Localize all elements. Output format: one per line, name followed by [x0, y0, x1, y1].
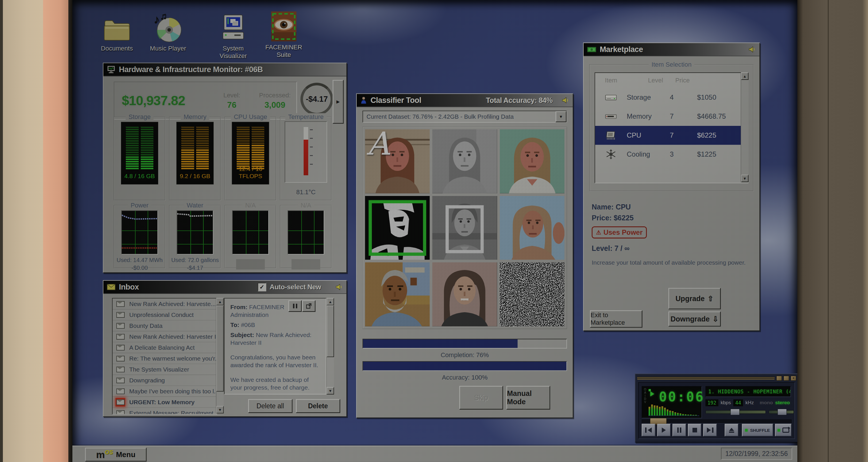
static-noise-cell[interactable]	[500, 262, 564, 327]
scroll-thumb[interactable]	[327, 305, 334, 357]
to-label: To:	[230, 321, 239, 328]
scroll-thumb[interactable]	[216, 305, 224, 392]
email-row[interactable]: Re: The warmest welcome you'r...	[113, 353, 217, 364]
desktop-icon-faceminer[interactable]: FACEMINER Suite	[262, 10, 305, 59]
face-cell-1[interactable]: A	[365, 129, 430, 193]
bezel-right	[797, 0, 868, 462]
item-row-cooling[interactable]: Cooling3$1225	[595, 145, 748, 164]
balance-thumb[interactable]	[777, 409, 787, 415]
skip-button[interactable]: Skip	[459, 386, 503, 409]
hardware-monitor-titlebar[interactable]: Hardware & Infrastructure Monitor: #06B	[103, 63, 346, 76]
email-row[interactable]: Maybe I've been doing this too l...	[113, 386, 217, 397]
previous-button[interactable]	[642, 424, 655, 436]
email-row-urgent[interactable]: URGENT: Low Memory	[113, 397, 217, 408]
email-row[interactable]: New Rank Achieved: Harvester I	[113, 331, 217, 342]
desktop: Documents ♪♫ Music Player System Visuali…	[72, 0, 797, 462]
balance-slider[interactable]	[769, 410, 794, 414]
face-cell-4-selected[interactable]	[365, 196, 430, 260]
shuffle-button[interactable]: SHUFFLE	[742, 424, 774, 436]
manual-mode-button[interactable]: Manual Mode	[506, 386, 550, 409]
menu-button[interactable]: mOS Menu	[85, 448, 147, 461]
scroll-down-button[interactable]: ▼	[216, 406, 224, 413]
os-logo-suffix: OS	[105, 449, 113, 456]
upgrade-button[interactable]: Upgrade⇧	[669, 288, 721, 309]
desktop-icon-documents[interactable]: Documents	[95, 11, 138, 52]
envelope-icon	[116, 409, 125, 415]
stop-button[interactable]	[688, 424, 702, 436]
downgrade-button[interactable]: Downgrade⇩	[669, 311, 721, 327]
cpu-usage-gauge: CPU Usage 12.4 / 16TFLOPS	[225, 117, 276, 201]
window-title: Marketplace	[600, 45, 643, 54]
seek-bar[interactable]	[642, 420, 792, 424]
volume-slider[interactable]	[706, 410, 766, 414]
email-row[interactable]: New Rank Achieved: Harveste...	[113, 299, 217, 309]
item-row-storage[interactable]: Storage4$1050	[595, 88, 748, 107]
inbox-titlebar[interactable]: Inbox ✓ Auto-select New	[103, 281, 346, 294]
gauge-unit: TFLOPS	[239, 173, 262, 179]
email-row[interactable]: Unprofessional Conduct	[113, 309, 217, 320]
meter-label: N/A	[242, 202, 259, 209]
face-cell-3[interactable]	[500, 129, 564, 193]
play-button[interactable]	[657, 424, 671, 436]
face-cell-7[interactable]	[365, 262, 430, 327]
face-cell-5[interactable]	[432, 196, 497, 260]
item-row-cpu-selected[interactable]: CPU7$6225	[595, 126, 748, 145]
dropdown-arrow-button[interactable]: ▼	[556, 111, 566, 122]
desktop-icon-label: Documents	[95, 45, 138, 52]
item-list-scrollbar[interactable]: ▲ ▼	[741, 72, 748, 182]
player-titlebar[interactable]: ×	[637, 375, 796, 381]
uses-power-badge: ⚠Uses Power	[592, 226, 647, 239]
email-row[interactable]: External Message: Recruitment	[113, 408, 217, 414]
window-title: Inbox	[119, 283, 139, 291]
volume-thumb[interactable]	[731, 409, 740, 415]
exit-marketplace-button[interactable]: Exit to Marketplace	[590, 310, 642, 328]
power-graph	[121, 210, 158, 254]
scroll-down-button[interactable]: ▼	[327, 387, 334, 395]
scroll-up-button[interactable]: ▲	[216, 298, 224, 305]
minimize-button[interactable]	[776, 376, 782, 381]
marketplace-titlebar[interactable]: Marketplace	[584, 43, 760, 56]
scroll-down-button[interactable]: ▼	[741, 175, 748, 182]
email-row[interactable]: Bounty Data	[113, 320, 217, 331]
delete-all-button[interactable]: Delete all	[248, 399, 292, 413]
shade-button[interactable]	[783, 376, 789, 381]
speaker-icon[interactable]	[336, 283, 343, 291]
email-row[interactable]: The System Visualizer	[113, 364, 217, 375]
speaker-icon[interactable]	[748, 46, 756, 53]
item-row-memory[interactable]: Memory7$4668.75	[595, 107, 748, 126]
desktop-icon-system-visualizer[interactable]: System Visualizer	[212, 11, 255, 60]
message-scrollbar[interactable]: ▲ ▼	[326, 298, 334, 395]
pause-button[interactable]	[673, 424, 686, 436]
face-cell-8[interactable]	[432, 262, 497, 327]
close-button[interactable]: ×	[791, 376, 796, 381]
email-row[interactable]: A Delicate Balancing Act	[113, 342, 217, 353]
scroll-up-button[interactable]: ▲	[327, 298, 334, 305]
inbox-window: Inbox ✓ Auto-select New New Rank Achieve…	[103, 280, 347, 417]
scroll-up-button[interactable]: ▲	[741, 72, 748, 80]
classifier-titlebar[interactable]: Classifier Tool Total Accuracy: 84%	[357, 94, 573, 107]
bar-dim-overlay	[237, 127, 264, 145]
window-title: Classifier Tool	[371, 96, 421, 105]
speaker-icon[interactable]	[562, 96, 569, 104]
email-list-scrollbar[interactable]: ▲ ▼	[216, 298, 224, 413]
taskbar: mOS Menu 12/02/1999, 22:32:56	[72, 445, 797, 462]
next-button[interactable]	[703, 424, 717, 436]
processed-label: Processed:	[253, 92, 297, 99]
person-icon	[360, 96, 367, 104]
auto-select-checkbox[interactable]: ✓	[258, 283, 266, 291]
pause-messages-button[interactable]	[288, 300, 302, 312]
repeat-button[interactable]	[775, 424, 792, 436]
email-row[interactable]: Downgrading	[113, 375, 217, 386]
face-cell-2[interactable]	[432, 129, 497, 193]
clutterbar[interactable]: O A I D V	[643, 388, 647, 404]
panel-next-button[interactable]: ▶	[333, 80, 343, 124]
popout-message-button[interactable]	[302, 300, 315, 312]
dataset-dropdown[interactable]: Current Dataset: 76.76% - 2.42GB - Bulk …	[363, 111, 567, 123]
delete-button[interactable]: Delete	[296, 399, 340, 413]
eject-button[interactable]	[725, 424, 739, 436]
gauge-value: 9.2 / 16 GB	[177, 173, 213, 180]
desktop-icon-music-player[interactable]: ♪♫ Music Player	[147, 11, 190, 52]
processed-value: 3,009	[253, 100, 297, 110]
face-cell-6[interactable]	[500, 196, 564, 260]
faceminer-eye-icon	[262, 10, 305, 41]
